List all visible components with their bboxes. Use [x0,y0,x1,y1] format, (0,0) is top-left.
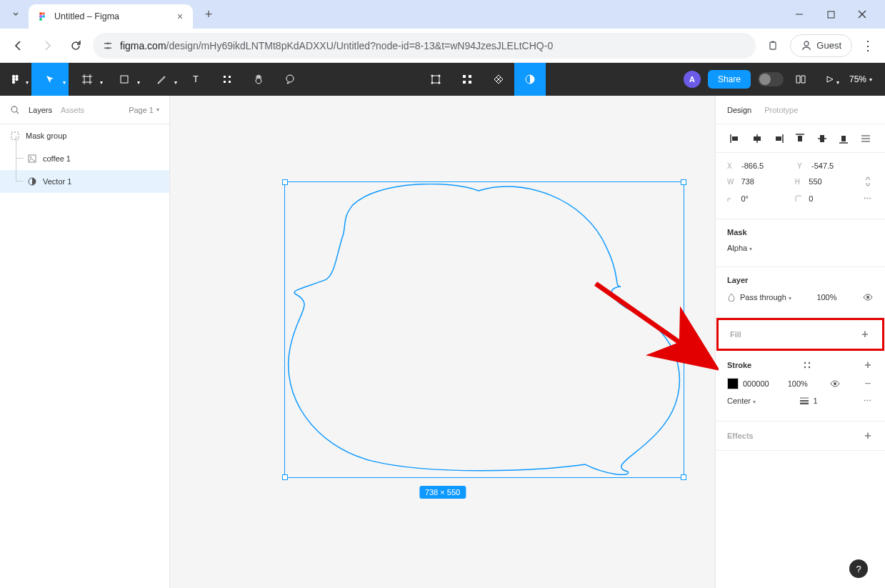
clipboard-icon[interactable] [761,34,784,57]
figma-menu-button[interactable]: ▾ [0,63,31,96]
constrain-proportions-icon[interactable] [863,176,874,187]
assets-tab[interactable]: Assets [61,106,84,114]
design-tab[interactable]: Design [727,106,751,114]
stroke-visibility-icon[interactable] [829,378,841,389]
mask-mode-select[interactable]: Alpha ▾ [727,244,752,252]
pen-tool[interactable]: ▾ [143,63,180,96]
back-button[interactable] [7,34,30,57]
add-fill-button[interactable]: + [859,329,871,340]
radius-field[interactable]: 0 [809,194,858,203]
y-field[interactable]: -547.5 [811,161,863,170]
h-field[interactable]: 550 [809,177,858,186]
minimize-button[interactable] [789,4,809,24]
align-hcenter-icon[interactable] [751,133,763,144]
svg-point-2 [39,18,42,21]
dimensions-badge: 738 × 550 [419,486,466,499]
align-vcenter-icon[interactable] [816,133,828,144]
chrome-menu-button[interactable]: ⋮ [858,36,878,56]
canvas[interactable]: 738 × 550 [170,96,715,588]
present-button[interactable]: ▾ [818,63,842,96]
svg-rect-40 [469,75,471,78]
close-window-button[interactable] [852,4,872,24]
site-settings-icon[interactable] [103,41,113,51]
stroke-align-select[interactable]: Center ▾ [727,397,756,405]
stroke-swatch[interactable] [727,378,739,389]
prototype-tab[interactable]: Prototype [764,106,798,114]
opacity-field[interactable]: 100% [816,293,836,302]
stroke-style-icon[interactable] [801,359,813,371]
align-left-icon[interactable] [729,133,741,144]
more-transform-icon[interactable]: ⋯ [863,193,874,204]
svg-rect-56 [776,136,781,141]
x-label: X [727,162,737,170]
transform-section: X -866.5 Y -547.5 W 738 H 550 0° 0 ⋯ [716,153,885,219]
y-label: Y [797,162,807,170]
layer-row-coffee[interactable]: coffee 1 [0,147,169,170]
toolbar-right: A Share ▾ 75%▾ [684,63,885,96]
mask-tool[interactable] [451,63,483,96]
layers-tab[interactable]: Layers [29,106,52,114]
main-area: Layers Assets Page 1▾ Mask group coffee … [0,96,885,588]
url-text: figma.com/design/mHy69ikdLNTMt8pKdADXXU/… [120,40,746,51]
layer-list: Mask group coffee 1 Vector 1 [0,124,169,588]
svg-text:T: T [193,74,199,84]
frame-tool[interactable]: ▾ [69,63,106,96]
browser-tab-active[interactable]: Untitled – Figma × [29,4,193,29]
tab-close-button[interactable]: × [174,11,186,22]
selection-bounds[interactable] [284,181,684,478]
forward-button[interactable] [36,34,59,57]
add-stroke-button[interactable]: + [862,359,874,371]
x-field[interactable]: -866.5 [741,161,793,170]
stroke-opacity-field[interactable]: 100% [788,379,808,388]
tab-search-button[interactable] [6,4,26,24]
svg-rect-58 [798,136,802,141]
address-bar[interactable]: figma.com/design/mHy69ikdLNTMt8pKdADXXU/… [93,33,756,59]
distribute-icon[interactable] [860,133,871,144]
align-bottom-icon[interactable] [838,133,849,144]
move-tool[interactable]: ▾ [31,63,69,96]
effects-title: Effects + [727,430,874,442]
svg-rect-31 [224,81,226,83]
zoom-control[interactable]: 75%▾ [849,74,872,84]
stroke-color-field[interactable]: 000000 [743,379,769,388]
search-icon[interactable] [10,105,20,115]
library-icon[interactable] [791,63,811,96]
mask-mode-button[interactable] [514,63,546,96]
maximize-button[interactable] [821,4,841,24]
layer-row-vector[interactable]: Vector 1 [0,170,169,193]
blend-mode-select[interactable]: Pass through ▾ [740,293,791,302]
align-top-icon[interactable] [794,133,806,144]
boolean-tool[interactable] [483,63,514,96]
blend-mode-icon [727,293,736,302]
hand-tool[interactable] [243,63,274,96]
visibility-icon[interactable] [862,291,874,303]
page-selector[interactable]: Page 1▾ [129,106,159,114]
text-tool[interactable]: T [180,63,211,96]
svg-point-35 [431,75,434,77]
dev-mode-toggle[interactable] [758,72,784,86]
stroke-weight-field[interactable]: 1 [813,397,817,405]
align-right-icon[interactable] [773,133,784,144]
add-effect-button[interactable]: + [862,430,874,442]
tab-title: Untitled – Figma [54,11,169,21]
w-field[interactable]: 738 [741,177,790,186]
rotation-field[interactable]: 0° [741,194,790,203]
svg-point-3 [42,12,45,15]
component-tool[interactable] [420,63,451,96]
shape-tool[interactable]: ▾ [106,63,143,96]
user-avatar[interactable]: A [684,71,701,88]
help-button[interactable]: ? [849,559,868,578]
comment-tool[interactable] [274,63,306,96]
share-button[interactable]: Share [708,70,751,89]
reload-button[interactable] [64,34,87,57]
person-icon [801,40,812,51]
remove-stroke-button[interactable]: − [862,378,874,389]
resources-tool[interactable] [211,63,243,96]
stroke-more-button[interactable]: ⋯ [862,395,874,407]
new-tab-button[interactable]: + [199,4,219,24]
svg-point-0 [39,12,42,15]
tab-group: Untitled – Figma × + [6,0,219,29]
layer-row-mask-group[interactable]: Mask group [0,124,169,147]
svg-point-67 [804,362,805,364]
profile-chip[interactable]: Guest [790,34,852,57]
